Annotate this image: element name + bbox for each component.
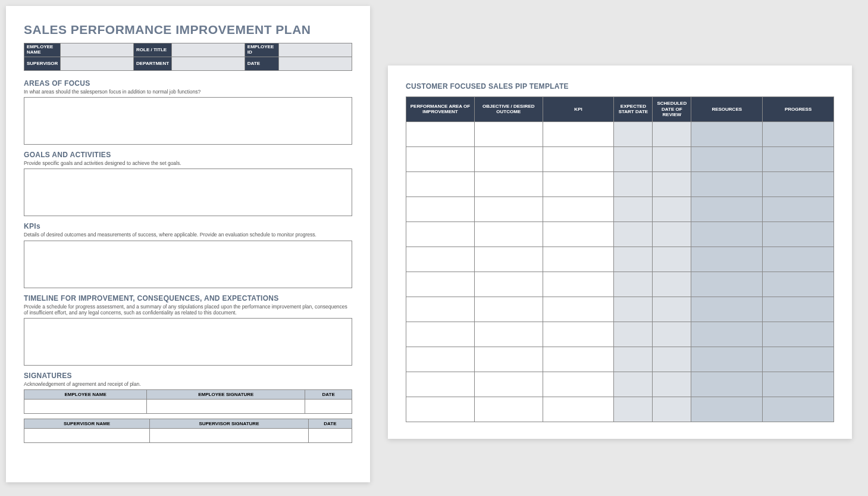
pip-cell[interactable]: [543, 146, 614, 171]
sig-cell-sup-sig[interactable]: [150, 429, 309, 443]
pip-cell[interactable]: [763, 196, 834, 222]
pip-cell[interactable]: [543, 222, 614, 247]
header-value-emp-name[interactable]: [61, 43, 134, 57]
section-box-kpis[interactable]: [24, 241, 352, 288]
pip-cell[interactable]: [543, 272, 614, 297]
pip-cell[interactable]: [691, 196, 763, 222]
pip-cell[interactable]: [763, 297, 834, 322]
pip-cell[interactable]: [614, 247, 653, 272]
pip-cell[interactable]: [653, 372, 691, 397]
pip-cell[interactable]: [763, 222, 834, 247]
pip-cell[interactable]: [614, 372, 653, 397]
pip-cell[interactable]: [406, 121, 475, 146]
pip-cell[interactable]: [474, 347, 543, 372]
pip-cell[interactable]: [474, 222, 543, 247]
pip-cell[interactable]: [653, 171, 691, 196]
pip-cell[interactable]: [691, 222, 763, 247]
pip-cell[interactable]: [543, 322, 614, 347]
pip-cell[interactable]: [406, 171, 475, 196]
pip-cell[interactable]: [474, 272, 543, 297]
pip-cell[interactable]: [406, 347, 475, 372]
pip-cell[interactable]: [614, 171, 653, 196]
pip-cell[interactable]: [691, 272, 763, 297]
pip-cell[interactable]: [691, 247, 763, 272]
pip-cell[interactable]: [763, 121, 834, 146]
header-value-date[interactable]: [279, 57, 352, 71]
header-value-supervisor[interactable]: [61, 57, 134, 71]
section-box-focus[interactable]: [24, 97, 352, 145]
pip-cell[interactable]: [406, 322, 475, 347]
pip-cell[interactable]: [474, 196, 543, 222]
pip-cell[interactable]: [543, 121, 614, 146]
pip-cell[interactable]: [614, 297, 653, 322]
pip-cell[interactable]: [406, 272, 475, 297]
pip-cell[interactable]: [406, 222, 475, 247]
pip-cell[interactable]: [763, 146, 834, 171]
pip-cell[interactable]: [406, 146, 475, 171]
pip-cell[interactable]: [653, 397, 691, 422]
pip-cell[interactable]: [763, 247, 834, 272]
pip-cell[interactable]: [691, 397, 763, 422]
pip-cell[interactable]: [543, 196, 614, 222]
pip-cell[interactable]: [474, 171, 543, 196]
header-value-department[interactable]: [172, 57, 245, 71]
header-value-emp-id[interactable]: [279, 43, 352, 57]
pip-cell[interactable]: [653, 247, 691, 272]
pip-cell[interactable]: [614, 272, 653, 297]
sig-cell-sup-date[interactable]: [308, 429, 352, 443]
pip-cell[interactable]: [653, 272, 691, 297]
pip-cell[interactable]: [474, 247, 543, 272]
pip-cell[interactable]: [691, 171, 763, 196]
pip-cell[interactable]: [614, 196, 653, 222]
header-value-role[interactable]: [172, 43, 245, 57]
pip-cell[interactable]: [691, 347, 763, 372]
pip-cell[interactable]: [614, 146, 653, 171]
pip-cell[interactable]: [406, 297, 475, 322]
sig-cell-emp-sig[interactable]: [147, 400, 305, 414]
pip-cell[interactable]: [653, 222, 691, 247]
pip-cell[interactable]: [614, 397, 653, 422]
sig-cell-emp-name[interactable]: [24, 400, 147, 414]
pip-cell[interactable]: [406, 247, 475, 272]
pip-cell[interactable]: [614, 121, 653, 146]
pip-cell[interactable]: [691, 372, 763, 397]
pip-cell[interactable]: [763, 322, 834, 347]
pip-cell[interactable]: [653, 196, 691, 222]
pip-cell[interactable]: [653, 347, 691, 372]
sig-cell-sup-name[interactable]: [24, 429, 150, 443]
pip-cell[interactable]: [763, 397, 834, 422]
pip-cell[interactable]: [691, 146, 763, 171]
pip-cell[interactable]: [406, 397, 475, 422]
pip-cell[interactable]: [406, 372, 475, 397]
pip-cell[interactable]: [543, 397, 614, 422]
pip-cell[interactable]: [474, 372, 543, 397]
pip-cell[interactable]: [763, 347, 834, 372]
pip-cell[interactable]: [653, 121, 691, 146]
pip-cell[interactable]: [614, 222, 653, 247]
pip-cell[interactable]: [406, 196, 475, 222]
pip-cell[interactable]: [653, 297, 691, 322]
pip-cell[interactable]: [474, 297, 543, 322]
pip-cell[interactable]: [653, 322, 691, 347]
pip-cell[interactable]: [474, 121, 543, 146]
pip-cell[interactable]: [763, 372, 834, 397]
pip-cell[interactable]: [474, 146, 543, 171]
pip-cell[interactable]: [691, 297, 763, 322]
pip-cell[interactable]: [543, 171, 614, 196]
pip-cell[interactable]: [543, 247, 614, 272]
section-box-goals[interactable]: [24, 169, 352, 216]
pip-cell[interactable]: [474, 322, 543, 347]
pip-cell[interactable]: [614, 322, 653, 347]
pip-cell[interactable]: [691, 121, 763, 146]
pip-cell[interactable]: [763, 171, 834, 196]
pip-cell[interactable]: [691, 322, 763, 347]
pip-cell[interactable]: [614, 347, 653, 372]
pip-cell[interactable]: [763, 272, 834, 297]
sig-cell-emp-date[interactable]: [305, 400, 352, 414]
pip-cell[interactable]: [474, 397, 543, 422]
pip-cell[interactable]: [543, 347, 614, 372]
pip-cell[interactable]: [543, 372, 614, 397]
pip-cell[interactable]: [543, 297, 614, 322]
section-box-timeline[interactable]: [24, 318, 352, 366]
pip-cell[interactable]: [653, 146, 691, 171]
